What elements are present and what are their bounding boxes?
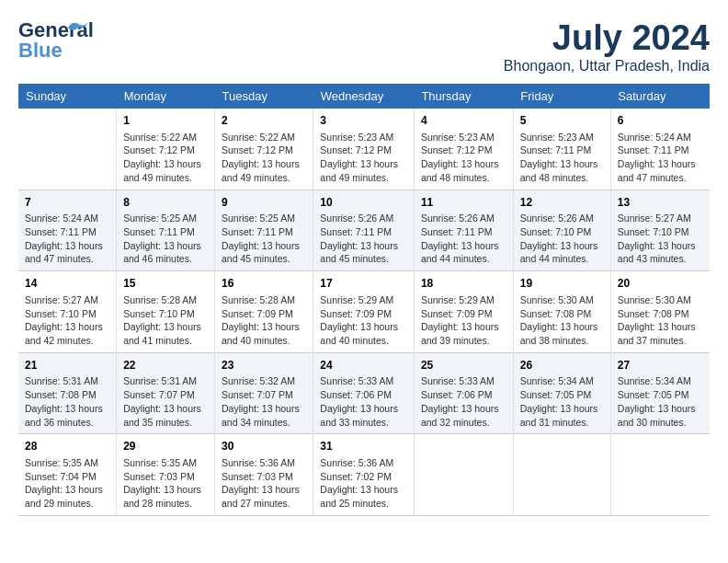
cell-content: Sunrise: 5:28 AMSunset: 7:09 PMDaylight:… — [222, 293, 306, 348]
calendar-cell: 7Sunrise: 5:24 AMSunset: 7:11 PMDaylight… — [18, 190, 117, 271]
day-number: 29 — [123, 439, 208, 454]
calendar-cell: 22Sunrise: 5:31 AMSunset: 7:07 PMDayligh… — [117, 352, 215, 434]
calendar-cell: 9Sunrise: 5:25 AMSunset: 7:11 PMDaylight… — [215, 190, 313, 271]
day-number: 22 — [123, 358, 208, 373]
day-number: 10 — [320, 195, 407, 211]
col-tuesday: Tuesday — [215, 84, 313, 109]
cell-content: Sunrise: 5:34 AMSunset: 7:05 PMDaylight:… — [520, 374, 604, 429]
calendar-cell: 14Sunrise: 5:27 AMSunset: 7:10 PMDayligh… — [18, 271, 117, 353]
calendar-cell: 30Sunrise: 5:36 AMSunset: 7:03 PMDayligh… — [215, 434, 313, 516]
calendar-cell: 8Sunrise: 5:25 AMSunset: 7:11 PMDaylight… — [117, 190, 215, 271]
day-number: 8 — [123, 195, 208, 211]
calendar-cell: 2Sunrise: 5:22 AMSunset: 7:12 PMDaylight… — [215, 109, 313, 190]
day-number: 11 — [421, 195, 506, 211]
calendar-cell: 23Sunrise: 5:32 AMSunset: 7:07 PMDayligh… — [215, 352, 313, 434]
col-wednesday: Wednesday — [313, 84, 415, 109]
day-number: 28 — [25, 439, 109, 454]
calendar-cell — [18, 109, 117, 190]
cell-content: Sunrise: 5:30 AMSunset: 7:08 PMDaylight:… — [618, 293, 703, 348]
day-number: 20 — [618, 276, 703, 292]
calendar-cell: 19Sunrise: 5:30 AMSunset: 7:08 PMDayligh… — [513, 271, 610, 353]
cell-content: Sunrise: 5:25 AMSunset: 7:11 PMDaylight:… — [123, 212, 208, 266]
calendar-cell: 6Sunrise: 5:24 AMSunset: 7:11 PMDaylight… — [610, 109, 710, 190]
cell-content: Sunrise: 5:25 AMSunset: 7:11 PMDaylight:… — [222, 212, 306, 266]
day-number: 30 — [222, 439, 306, 454]
day-number: 24 — [320, 358, 407, 373]
cell-content: Sunrise: 5:23 AMSunset: 7:12 PMDaylight:… — [320, 131, 407, 185]
calendar-week-row: 1Sunrise: 5:22 AMSunset: 7:12 PMDaylight… — [18, 109, 710, 190]
col-sunday: Sunday — [18, 84, 117, 109]
cell-content: Sunrise: 5:32 AMSunset: 7:07 PMDaylight:… — [222, 374, 306, 429]
day-number: 17 — [320, 276, 407, 292]
header-row: Sunday Monday Tuesday Wednesday Thursday… — [18, 84, 710, 109]
calendar-cell: 21Sunrise: 5:31 AMSunset: 7:08 PMDayligh… — [18, 352, 117, 434]
calendar-cell: 15Sunrise: 5:28 AMSunset: 7:10 PMDayligh… — [117, 271, 215, 353]
calendar-cell: 11Sunrise: 5:26 AMSunset: 7:11 PMDayligh… — [414, 190, 513, 271]
calendar-cell: 5Sunrise: 5:23 AMSunset: 7:11 PMDaylight… — [513, 109, 610, 190]
cell-content: Sunrise: 5:30 AMSunset: 7:08 PMDaylight:… — [520, 293, 604, 348]
col-thursday: Thursday — [414, 84, 513, 109]
cell-content: Sunrise: 5:31 AMSunset: 7:07 PMDaylight:… — [123, 374, 208, 429]
cell-content: Sunrise: 5:35 AMSunset: 7:04 PMDaylight:… — [25, 456, 109, 511]
calendar-cell: 18Sunrise: 5:29 AMSunset: 7:09 PMDayligh… — [414, 271, 513, 353]
calendar-cell: 31Sunrise: 5:36 AMSunset: 7:02 PMDayligh… — [313, 434, 415, 516]
calendar-cell: 16Sunrise: 5:28 AMSunset: 7:09 PMDayligh… — [215, 271, 313, 353]
cell-content: Sunrise: 5:27 AMSunset: 7:10 PMDaylight:… — [25, 293, 109, 348]
cell-content: Sunrise: 5:34 AMSunset: 7:05 PMDaylight:… — [618, 374, 703, 429]
calendar-cell: 1Sunrise: 5:22 AMSunset: 7:12 PMDaylight… — [117, 109, 215, 190]
cell-content: Sunrise: 5:27 AMSunset: 7:10 PMDaylight:… — [618, 212, 703, 266]
month-title: July 2024 — [504, 18, 710, 58]
calendar-cell: 29Sunrise: 5:35 AMSunset: 7:03 PMDayligh… — [117, 434, 215, 516]
col-monday: Monday — [117, 84, 215, 109]
day-number: 12 — [520, 195, 604, 211]
calendar-week-row: 14Sunrise: 5:27 AMSunset: 7:10 PMDayligh… — [18, 271, 710, 353]
logo-bird-icon — [68, 20, 88, 35]
day-number: 14 — [25, 276, 109, 292]
calendar-cell: 20Sunrise: 5:30 AMSunset: 7:08 PMDayligh… — [610, 271, 710, 353]
logo-blue: Blue — [18, 39, 63, 63]
calendar-cell: 24Sunrise: 5:33 AMSunset: 7:06 PMDayligh… — [313, 352, 415, 434]
calendar-week-row: 28Sunrise: 5:35 AMSunset: 7:04 PMDayligh… — [18, 434, 710, 516]
col-friday: Friday — [513, 84, 610, 109]
cell-content: Sunrise: 5:24 AMSunset: 7:11 PMDaylight:… — [25, 212, 109, 266]
cell-content: Sunrise: 5:29 AMSunset: 7:09 PMDaylight:… — [320, 293, 407, 348]
calendar-cell: 26Sunrise: 5:34 AMSunset: 7:05 PMDayligh… — [513, 352, 610, 434]
calendar-cell — [610, 434, 710, 516]
calendar-cell: 27Sunrise: 5:34 AMSunset: 7:05 PMDayligh… — [610, 352, 710, 434]
calendar-cell — [414, 434, 513, 516]
day-number: 6 — [618, 113, 703, 129]
day-number: 1 — [123, 113, 208, 129]
title-section: July 2024 Bhongaon, Uttar Pradesh, India — [504, 18, 710, 75]
day-number: 19 — [520, 276, 604, 292]
day-number: 25 — [421, 358, 506, 373]
header: General Blue July 2024 Bhongaon, Uttar P… — [18, 18, 710, 75]
calendar-cell: 28Sunrise: 5:35 AMSunset: 7:04 PMDayligh… — [18, 434, 117, 516]
cell-content: Sunrise: 5:26 AMSunset: 7:10 PMDaylight:… — [520, 212, 604, 266]
cell-content: Sunrise: 5:26 AMSunset: 7:11 PMDaylight:… — [421, 212, 506, 266]
day-number: 23 — [222, 358, 306, 373]
day-number: 4 — [421, 113, 506, 129]
day-number: 15 — [123, 276, 208, 292]
day-number: 16 — [222, 276, 306, 292]
cell-content: Sunrise: 5:36 AMSunset: 7:02 PMDaylight:… — [320, 456, 407, 511]
cell-content: Sunrise: 5:22 AMSunset: 7:12 PMDaylight:… — [222, 131, 306, 185]
cell-content: Sunrise: 5:26 AMSunset: 7:11 PMDaylight:… — [320, 212, 407, 266]
cell-content: Sunrise: 5:28 AMSunset: 7:10 PMDaylight:… — [123, 293, 208, 348]
col-saturday: Saturday — [610, 84, 710, 109]
day-number: 18 — [421, 276, 506, 292]
cell-content: Sunrise: 5:24 AMSunset: 7:11 PMDaylight:… — [618, 131, 703, 185]
cell-content: Sunrise: 5:36 AMSunset: 7:03 PMDaylight:… — [222, 456, 306, 511]
day-number: 7 — [25, 195, 109, 211]
logo: General Blue — [18, 18, 81, 59]
location: Bhongaon, Uttar Pradesh, India — [504, 58, 710, 75]
cell-content: Sunrise: 5:31 AMSunset: 7:08 PMDaylight:… — [25, 374, 109, 429]
calendar-cell: 3Sunrise: 5:23 AMSunset: 7:12 PMDaylight… — [313, 109, 415, 190]
calendar-week-row: 7Sunrise: 5:24 AMSunset: 7:11 PMDaylight… — [18, 190, 710, 271]
calendar-week-row: 21Sunrise: 5:31 AMSunset: 7:08 PMDayligh… — [18, 352, 710, 434]
page-container: General Blue July 2024 Bhongaon, Uttar P… — [18, 18, 710, 516]
calendar-cell: 12Sunrise: 5:26 AMSunset: 7:10 PMDayligh… — [513, 190, 610, 271]
calendar-cell: 17Sunrise: 5:29 AMSunset: 7:09 PMDayligh… — [313, 271, 415, 353]
day-number: 13 — [618, 195, 703, 211]
day-number: 31 — [320, 439, 407, 454]
calendar-cell: 13Sunrise: 5:27 AMSunset: 7:10 PMDayligh… — [610, 190, 710, 271]
